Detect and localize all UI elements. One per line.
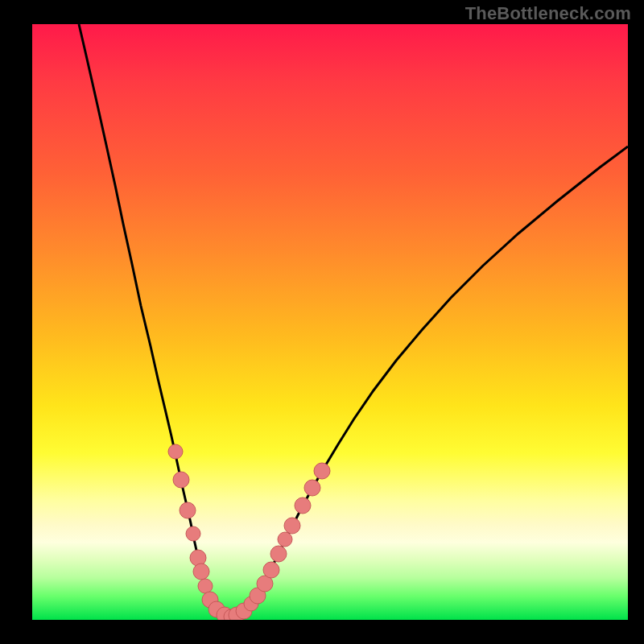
chart-frame: TheBottleneck.com: [0, 0, 644, 644]
marker-dot: [314, 463, 330, 479]
bottleneck-svg: [32, 24, 628, 620]
marker-dot: [198, 579, 213, 593]
marker-dot: [295, 497, 311, 514]
marker-dot: [168, 444, 183, 459]
marker-dot: [270, 546, 287, 562]
marker-dot: [284, 518, 300, 534]
marker-dot: [186, 526, 200, 541]
marker-dot: [173, 472, 189, 488]
markers-group: [168, 444, 330, 620]
marker-dot: [180, 502, 196, 518]
marker-dot: [193, 564, 209, 580]
watermark-text: TheBottleneck.com: [465, 3, 631, 24]
plot-area: [32, 24, 628, 620]
bottleneck-curve: [79, 24, 628, 617]
marker-dot: [304, 480, 320, 496]
marker-dot: [263, 562, 279, 578]
marker-dot: [278, 532, 292, 547]
